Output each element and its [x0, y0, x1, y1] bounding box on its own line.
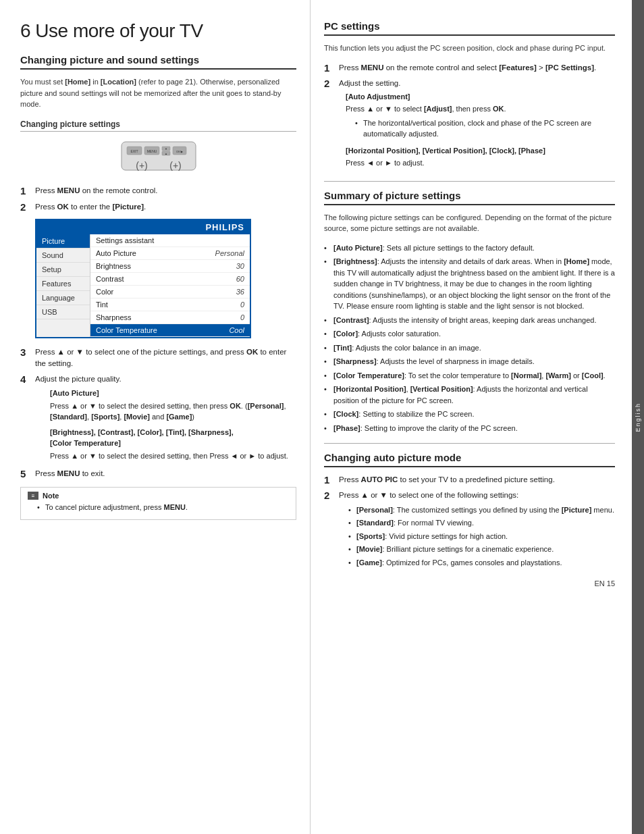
- summary-item-8: [Horizontal Position], [Vertical Positio…: [324, 384, 615, 406]
- note-box: Note To cancel picture adjustment, press…: [20, 487, 296, 520]
- steps-3-5: Press ▲ or ▼ to select one of the pictur…: [20, 346, 296, 481]
- pc-sub1-title: [Auto Adjustment]: [346, 91, 615, 103]
- subsection-picture-title: Changing picture settings: [20, 120, 296, 132]
- pc-sub1-text: Press ▲ or ▼ to select [Adjust], then pr…: [346, 103, 615, 115]
- auto-bullet-sports: [Sports]: Vivid picture settings for hig…: [348, 531, 615, 542]
- step-1: Press MENU on the remote control.: [20, 185, 296, 197]
- menu-item-sound: Sound: [36, 249, 90, 263]
- step-5: Press MENU to exit.: [20, 468, 296, 480]
- menu-row-sharpness: Sharpness 0: [90, 311, 250, 324]
- auto-bullet-movie: [Movie]: Brilliant picture settings for …: [348, 544, 615, 555]
- pc-settings-section: PC settings This function lets you adjus…: [324, 20, 615, 172]
- menu-item-picture: Picture: [36, 234, 90, 249]
- svg-rect-0: [122, 142, 196, 170]
- pc-sub2-text: Press ◄ or ► to adjust.: [346, 157, 615, 169]
- divider-2: [324, 443, 615, 444]
- right-column: PC settings This function lets you adjus…: [311, 0, 632, 834]
- summary-item-6: [Sharpness]: Adjusts the level of sharpn…: [324, 356, 615, 367]
- summary-intro: The following picture settings can be co…: [324, 212, 615, 234]
- svg-text:OK/▶: OK/▶: [176, 150, 184, 153]
- menu-row-color: Color 36: [90, 286, 250, 298]
- chapter-title: 6 Use more of your TV: [20, 20, 296, 42]
- svg-text:(+): (+): [136, 160, 148, 171]
- left-column: 6 Use more of your TV Changing picture a…: [0, 0, 311, 834]
- sub-step-auto-picture-text: Press ▲ or ▼ to select the desired setti…: [50, 400, 296, 423]
- auto-bullet-personal: [Personal]: The customized settings you …: [348, 504, 615, 516]
- tv-menu-left-panel: Picture Sound Setup Features Language US…: [36, 234, 90, 337]
- menu-item-language: Language: [36, 291, 90, 305]
- remote-image: EXIT MENU ▼ ▲ OK/▶ (+) (+): [101, 138, 216, 176]
- summary-item-7: [Color Temperature]: To set the color te…: [324, 370, 615, 382]
- tv-menu-body: Picture Sound Setup Features Language US…: [36, 234, 250, 337]
- sidebar-label: English: [635, 402, 641, 432]
- auto-bullet-game: [Game]: Optimized for PCs, games console…: [348, 557, 615, 569]
- step-2: Press OK to enter the [Picture].: [20, 201, 296, 213]
- svg-text:EXIT: EXIT: [130, 149, 138, 153]
- sub-step-settings-text: Press ▲ or ▼ to select the desired setti…: [50, 450, 296, 462]
- steps-1-2: Press MENU on the remote control. Press …: [20, 185, 296, 213]
- sidebar-tab: English: [632, 0, 644, 834]
- note-bullets: To cancel picture adjustment, press MENU…: [37, 502, 289, 513]
- section-title: Changing picture and sound settings: [20, 54, 296, 70]
- auto-bullet-standard: [Standard]: For normal TV viewing.: [348, 517, 615, 529]
- note-label: Note: [43, 492, 59, 500]
- tv-menu: PHILIPS Picture Sound Setup Features Lan…: [35, 219, 251, 338]
- note-icon: [28, 492, 38, 500]
- svg-text:▼: ▼: [165, 147, 167, 151]
- pc-steps: Press MENU on the remote control and sel…: [324, 62, 615, 172]
- summary-item-2: [Brightness]: Adjusts the intensity and …: [324, 256, 615, 312]
- svg-text:MENU: MENU: [146, 149, 157, 153]
- page-number: EN 15: [324, 579, 615, 588]
- pc-intro: This function lets you adjust the PC scr…: [324, 43, 615, 54]
- summary-item-5: [Tint]: Adjusts the color balance in an …: [324, 342, 615, 354]
- sub-step-auto-picture-title: [Auto Picture]: [50, 388, 296, 399]
- menu-row-auto-picture: Auto Picture Personal: [90, 247, 250, 260]
- summary-item-9: [Clock]: Setting to stabilize the PC scr…: [324, 409, 615, 420]
- summary-title: Summary of picture settings: [324, 190, 615, 205]
- svg-text:▲: ▲: [165, 152, 167, 155]
- auto-step-1: Press AUTO PIC to set your TV to a prede…: [324, 474, 615, 486]
- menu-row-contrast: Contrast 60: [90, 273, 250, 286]
- step-4-subs: [Auto Picture] Press ▲ or ▼ to select th…: [50, 388, 296, 461]
- menu-row-brightness: Brightness 30: [90, 260, 250, 273]
- pc-step-2: Adjust the setting. [Auto Adjustment] Pr…: [324, 78, 615, 172]
- pc-sub2: [Horizontal Position], [Vertical Positio…: [346, 145, 615, 169]
- tv-menu-right-panel: Settings assistant Auto Picture Personal…: [90, 234, 250, 337]
- pc-sub1: [Auto Adjustment] Press ▲ or ▼ to select…: [346, 91, 615, 140]
- auto-bullets: [Personal]: The customized settings you …: [348, 504, 615, 569]
- menu-row-color-temp: Color Temperature Cool: [90, 324, 250, 337]
- pc-sub2-title: [Horizontal Position], [Vertical Positio…: [346, 145, 615, 157]
- summary-section: Summary of picture settings The followin…: [324, 190, 615, 434]
- menu-item-usb: USB: [36, 305, 90, 319]
- auto-picture-title: Changing auto picture mode: [324, 452, 615, 467]
- step-4: Adjust the picture quality. [Auto Pictur…: [20, 373, 296, 464]
- summary-list: [Auto Picture]: Sets all picture setting…: [324, 242, 615, 434]
- divider-1: [324, 181, 615, 182]
- auto-picture-section: Changing auto picture mode Press AUTO PI…: [324, 452, 615, 570]
- menu-item-features: Features: [36, 277, 90, 291]
- pc-sub1-bullets: The horizontal/vertical position, clock …: [355, 118, 615, 140]
- remote-image-container: EXIT MENU ▼ ▲ OK/▶ (+) (+): [20, 138, 296, 176]
- auto-steps: Press AUTO PIC to set your TV to a prede…: [324, 474, 615, 570]
- menu-item-setup: Setup: [36, 263, 90, 277]
- summary-item-1: [Auto Picture]: Sets all picture setting…: [324, 242, 615, 254]
- intro-text: You must set [Home] in [Location] (refer…: [20, 76, 296, 110]
- summary-item-4: [Color]: Adjusts color saturation.: [324, 328, 615, 340]
- summary-item-3: [Contrast]: Adjusts the intensity of bri…: [324, 315, 615, 326]
- menu-row-settings-assistant: Settings assistant: [90, 234, 250, 247]
- summary-item-10: [Phase]: Setting to improve the clarity …: [324, 423, 615, 434]
- pc-step-1: Press MENU on the remote control and sel…: [324, 62, 615, 74]
- sub-step-settings-title: [Brightness], [Contrast], [Color], [Tint…: [50, 427, 296, 449]
- pc-settings-title: PC settings: [324, 20, 615, 36]
- note-bullet-1: To cancel picture adjustment, press MENU…: [37, 502, 289, 513]
- note-header: Note: [28, 492, 289, 500]
- menu-row-tint: Tint 0: [90, 298, 250, 311]
- tv-menu-brand: PHILIPS: [36, 220, 250, 234]
- svg-text:(+): (+): [169, 160, 182, 171]
- auto-step-2: Press ▲ or ▼ to select one of the follow…: [324, 490, 615, 570]
- pc-sub1-bullet: The horizontal/vertical position, clock …: [355, 118, 615, 140]
- step-3: Press ▲ or ▼ to select one of the pictur…: [20, 346, 296, 370]
